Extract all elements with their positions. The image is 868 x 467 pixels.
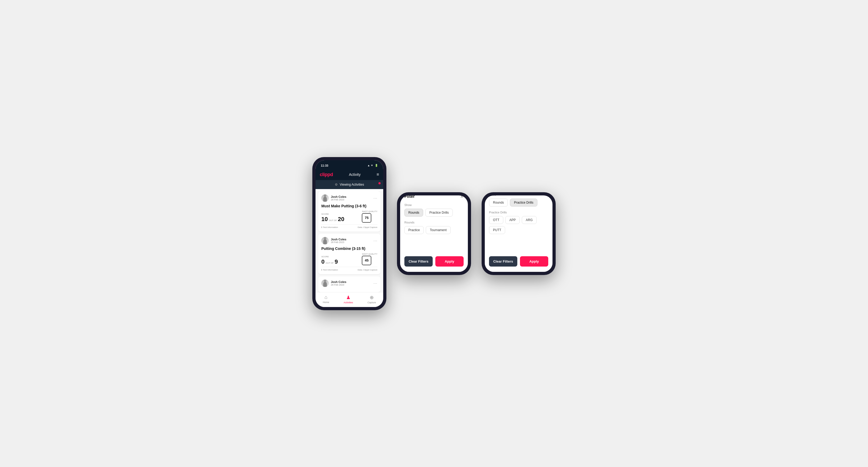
practice-tab-2[interactable]: Practice Drills — [425, 209, 453, 217]
pill-putt-3[interactable]: PUTT — [489, 226, 505, 234]
phone-3: 11:33 ▲ᯤ🔋 clippd Activity ≡ ⚙ Viewing Ac… — [482, 192, 556, 275]
show-label-2: Show — [404, 204, 464, 207]
pill-ott-3[interactable]: OTT — [489, 216, 503, 224]
activity-title-2: Putting Combine (3-15 ft) — [321, 246, 377, 251]
clear-btn-2[interactable]: Clear Filters — [404, 256, 433, 267]
logo-1: clippd — [320, 172, 333, 178]
test-info-1: ℹTest Information — [321, 226, 338, 228]
filter-title-2: Filter — [404, 195, 415, 199]
apply-btn-3[interactable]: Apply — [520, 256, 548, 267]
shot-quality-1: 75 — [362, 213, 371, 223]
round-practice-2[interactable]: Practice — [404, 226, 424, 234]
practice-label-3: Practice Drills — [489, 211, 548, 214]
phone-1: 11:33 ▲ᯤ🔋 clippd Activity ≡ ⚙ Viewing Ac… — [312, 157, 386, 310]
avatar-2 — [321, 237, 329, 244]
phone-2: 11:33 ▲ᯤ🔋 clippd Activity ≡ ⚙ Viewing Ac… — [397, 192, 471, 275]
banner-text-1: Viewing Activities — [340, 183, 364, 186]
rounds-tab-2[interactable]: Rounds — [404, 209, 423, 217]
clear-btn-3[interactable]: Clear Filters — [489, 256, 517, 267]
red-dot-1 — [378, 182, 380, 184]
filter-icon-1: ⚙ — [335, 183, 338, 186]
filter-sheet-2: Filter ✕ Show Rounds Practice Drills Rou… — [400, 195, 468, 272]
user-date-1: 28 Feb 2023 — [331, 198, 346, 201]
rounds-tab-3[interactable]: Rounds — [489, 198, 508, 207]
tab-activities-1[interactable]: ♟ Activities — [344, 294, 353, 304]
tab-bar-1: ⌂ Home ♟ Activities ⊕ Capture — [315, 292, 383, 307]
apply-btn-2[interactable]: Apply — [435, 256, 464, 267]
filter-sheet-3: Filter ✕ Show Rounds Practice Drills Pra… — [485, 195, 553, 272]
activity-card-1: Josh Coles 28 Feb 2023 ··· Must Make Put… — [318, 191, 380, 232]
sheet-header-2: Filter ✕ — [404, 195, 464, 199]
close-btn-2[interactable]: ✕ — [460, 195, 464, 199]
shot-quality-2: 45 — [362, 256, 371, 265]
activity-card-2: Josh Coles 28 Feb 2023 ··· Putting Combi… — [318, 234, 380, 274]
hamburger-1[interactable]: ≡ — [377, 172, 379, 177]
practice-options-3: OTT APP ARG PUTT — [489, 216, 548, 234]
show-label-3: Show — [489, 195, 548, 196]
round-tournament-2[interactable]: Tournament — [426, 226, 451, 234]
sheet-footer-2: Clear Filters Apply — [404, 256, 464, 267]
pill-app-3[interactable]: APP — [505, 216, 520, 224]
show-pills-2: Rounds Practice Drills — [404, 209, 464, 217]
rounds-label-2: Rounds — [404, 221, 464, 224]
dynamic-island-1 — [336, 162, 360, 169]
data-source-1: Data: Clippd Capture — [358, 226, 377, 228]
round-options-2: Practice Tournament — [404, 226, 464, 234]
pill-arg-3[interactable]: ARG — [522, 216, 537, 224]
nav-title-1: Activity — [349, 173, 361, 177]
show-pills-3: Rounds Practice Drills — [489, 198, 548, 207]
tab-home-1[interactable]: ⌂ Home — [323, 294, 329, 304]
avatar-1 — [321, 194, 329, 202]
status-bar-1: 11:33 ▲ᯤ🔋 — [315, 160, 383, 170]
status-icons-1: ▲ᯤ🔋 — [367, 164, 378, 167]
tab-capture-1[interactable]: ⊕ Capture — [368, 294, 376, 304]
stats-row-1: Score 10 OUT OF 20 Shot Quality 75 — [321, 210, 377, 223]
viewing-banner-1[interactable]: ⚙ Viewing Activities — [315, 180, 383, 189]
user-info-1: Josh Coles 28 Feb 2023 — [321, 194, 346, 202]
time-1: 11:33 — [321, 164, 328, 167]
user-name-1: Josh Coles — [331, 195, 346, 198]
activity-card-3: Josh Coles 28 Feb 2023 ··· — [318, 276, 380, 292]
activity-title-1: Must Make Putting (3-6 ft) — [321, 204, 377, 208]
more-dots-1[interactable]: ··· — [373, 196, 377, 200]
sheet-footer-3: Clear Filters Apply — [489, 256, 548, 267]
activity-feed-1: Josh Coles 28 Feb 2023 ··· Must Make Put… — [315, 191, 383, 292]
practice-tab-3[interactable]: Practice Drills — [510, 198, 537, 207]
user-info-2: Josh Coles 28 Feb 2023 — [321, 237, 346, 244]
nav-bar-1: clippd Activity ≡ — [315, 170, 383, 180]
